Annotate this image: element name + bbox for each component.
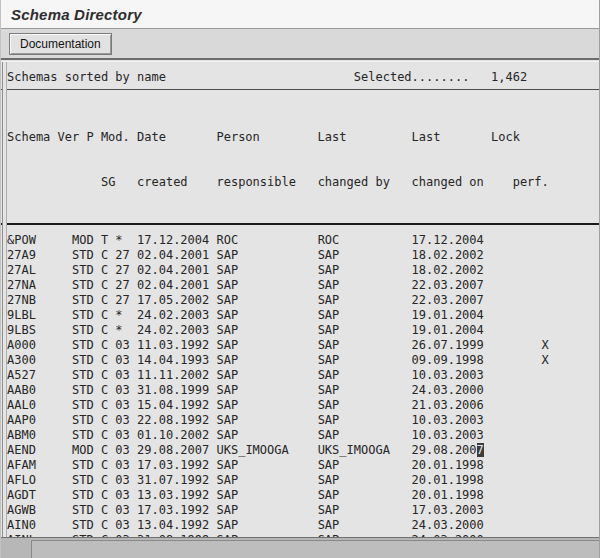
cell-last-changed-on: 24.03.2000 xyxy=(412,383,484,398)
table-row[interactable]: AENDMODC0329.08.2007UKS_IMOOGAUKS_IMOOGA… xyxy=(7,443,599,458)
table-row[interactable]: A300STDC0314.04.1993SAPSAP09.09.1998X xyxy=(7,353,599,368)
cell-person-responsible: SAP xyxy=(216,263,317,278)
cell-person-responsible: SAP xyxy=(216,398,317,413)
cell-last-changed-on: 29.08.2007 xyxy=(412,443,484,458)
cell-date-created: 31.08.1999 xyxy=(137,383,216,398)
scrollbar-track[interactable] xyxy=(31,540,599,558)
cell-version: MOD xyxy=(72,443,101,458)
cell-version: STD xyxy=(72,518,101,533)
table-row[interactable]: 27ALSTDC2702.04.2001SAPSAP18.02.2002 xyxy=(7,263,599,278)
table-row[interactable]: AFLOSTDC0331.07.1992SAPSAP20.01.1998 xyxy=(7,473,599,488)
cell-p: C xyxy=(101,293,115,308)
cell-last-changed-on: 26.07.1999 xyxy=(412,338,484,353)
cell-version: STD xyxy=(72,488,101,503)
cell-date-created: 11.11.2002 xyxy=(137,368,216,383)
cell-schema-name: A527 xyxy=(7,368,72,383)
cell-person-responsible: SAP xyxy=(216,278,317,293)
table-row[interactable]: 9LBLSTDC*24.02.2003SAPSAP19.01.2004 xyxy=(7,308,599,323)
table-row[interactable]: AIN0STDC0313.04.1992SAPSAP24.03.2000 xyxy=(7,518,599,533)
cell-version: STD xyxy=(72,413,101,428)
cell-sg: 03 xyxy=(115,458,137,473)
cell-last-changed-on: 18.02.2002 xyxy=(412,248,484,263)
selected-label: Selected........ xyxy=(354,70,491,85)
table-row[interactable]: 27A9STDC2702.04.2001SAPSAP18.02.2002 xyxy=(7,248,599,263)
horizontal-scrollbar[interactable] xyxy=(1,537,599,558)
cell-person-responsible: SAP xyxy=(216,248,317,263)
cell-last-changed-by: SAP xyxy=(318,248,412,263)
table-row[interactable]: AAL0STDC0315.04.1992SAPSAP21.03.2006 xyxy=(7,398,599,413)
cell-last-changed-on: 10.03.2003 xyxy=(412,368,484,383)
cell-person-responsible: SAP xyxy=(216,293,317,308)
schema-directory-window: Schema Directory Documentation Schemas s… xyxy=(0,0,600,558)
table-row[interactable]: A000STDC0311.03.1992SAPSAP26.07.1999X xyxy=(7,338,599,353)
cell-schema-name: AIN0 xyxy=(7,518,72,533)
table-row[interactable]: AGWBSTDC0317.03.1992SAPSAP17.03.2003 xyxy=(7,503,599,518)
header-line-2: SGcreatedresponsiblechanged bychanged on… xyxy=(7,175,599,190)
cell-schema-name: AEND xyxy=(7,443,72,458)
col-header-mod: Mod. xyxy=(101,130,137,145)
table-row[interactable]: AAB0STDC0331.08.1999SAPSAP24.03.2000 xyxy=(7,383,599,398)
cell-date-created: 02.04.2001 xyxy=(137,248,216,263)
cell-last-changed-on: 10.03.2003 xyxy=(412,413,484,428)
col-header-date: Date xyxy=(137,130,216,145)
col-header-perf: perf. xyxy=(513,175,549,190)
table-row[interactable]: AAP0STDC0322.08.1992SAPSAP10.03.2003 xyxy=(7,413,599,428)
cell-date-created: 02.04.2001 xyxy=(137,278,216,293)
cell-last-changed-by: SAP xyxy=(318,263,412,278)
cell-p: T xyxy=(101,233,115,248)
cell-version: STD xyxy=(72,248,101,263)
cell-version: STD xyxy=(72,398,101,413)
cell-last-changed-on: 24.03.2000 xyxy=(412,518,484,533)
table-row[interactable]: &POWMODT*17.12.2004ROCROC17.12.2004 xyxy=(7,233,599,248)
col-header-p: P xyxy=(86,130,100,145)
cell-sg: 03 xyxy=(115,488,137,503)
cell-sg: 03 xyxy=(115,398,137,413)
col-header-changed-on: changed on xyxy=(412,175,513,190)
cell-version: MOD xyxy=(72,233,101,248)
cell-person-responsible: SAP xyxy=(216,458,317,473)
cell-person-responsible: SAP xyxy=(216,473,317,488)
cell-person-responsible: SAP xyxy=(216,368,317,383)
cell-version: STD xyxy=(72,503,101,518)
cell-p: C xyxy=(101,323,115,338)
cell-version: STD xyxy=(72,353,101,368)
cell-date-created: 14.04.1993 xyxy=(137,353,216,368)
table-row[interactable]: 9LBSSTDC*24.02.2003SAPSAP19.01.2004 xyxy=(7,323,599,338)
divider xyxy=(1,89,599,90)
cell-last-changed-by: SAP xyxy=(318,518,412,533)
cell-date-created: 17.03.1992 xyxy=(137,503,216,518)
cell-sg: 27 xyxy=(115,263,137,278)
cell-sg: 03 xyxy=(115,518,137,533)
col-header-last-changed-by: Last xyxy=(318,130,412,145)
table-row[interactable]: 27NASTDC2702.04.2001SAPSAP22.03.2007 xyxy=(7,278,599,293)
cell-date-created: 17.12.2004 xyxy=(137,233,216,248)
col-header-last-changed-on: Last xyxy=(412,130,491,145)
table-row[interactable]: AGDTSTDC0313.03.1992SAPSAP20.01.1998 xyxy=(7,488,599,503)
table-row[interactable]: AFAMSTDC0317.03.1992SAPSAP20.01.1998 xyxy=(7,458,599,473)
cell-p: C xyxy=(101,383,115,398)
cell-sg: 03 xyxy=(115,428,137,443)
col-header-lock: Lock xyxy=(491,130,520,145)
table-row[interactable]: A527STDC0311.11.2002SAPSAP10.03.2003 xyxy=(7,368,599,383)
cell-last-changed-by: SAP xyxy=(318,278,412,293)
cell-p: C xyxy=(101,473,115,488)
cell-version: STD xyxy=(72,428,101,443)
cell-last-changed-by: ROC xyxy=(318,233,412,248)
table-row[interactable]: 27NBSTDC2717.05.2002SAPSAP22.03.2007 xyxy=(7,293,599,308)
cell-date-created: 11.03.1992 xyxy=(137,338,216,353)
cell-last-changed-by: SAP xyxy=(318,338,412,353)
cell-sg: 27 xyxy=(115,248,137,263)
application-toolbar: Documentation xyxy=(1,29,599,60)
cell-version: STD xyxy=(72,338,101,353)
documentation-button[interactable]: Documentation xyxy=(9,33,112,55)
cell-last-changed-by: UKS_IMOOGA xyxy=(318,443,412,458)
list-content: Schemas sorted by nameSelected........1,… xyxy=(1,61,599,537)
cell-p: C xyxy=(101,308,115,323)
cell-version: STD xyxy=(72,278,101,293)
col-header-changed-by: changed by xyxy=(318,175,412,190)
cell-version: STD xyxy=(72,383,101,398)
col-header-responsible: responsible xyxy=(216,175,317,190)
table-row[interactable]: ABM0STDC0301.10.2002SAPSAP10.03.2003 xyxy=(7,428,599,443)
cell-last-changed-on: 10.03.2003 xyxy=(412,428,484,443)
cell-schema-name: 9LBL xyxy=(7,308,72,323)
